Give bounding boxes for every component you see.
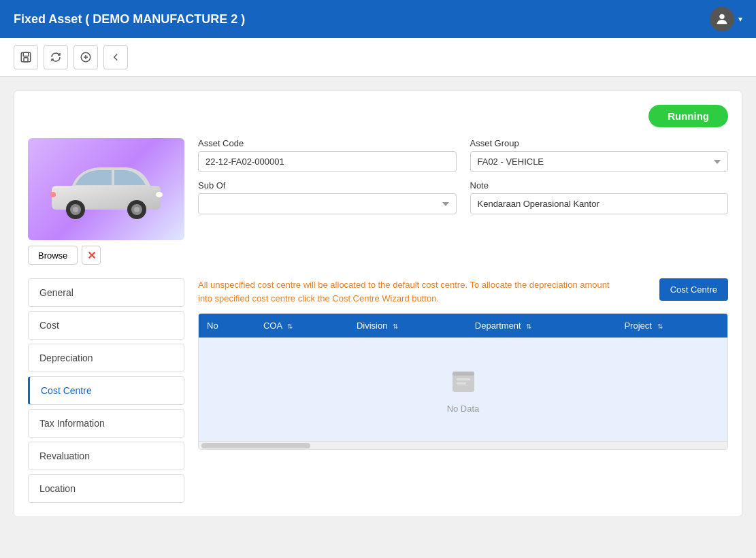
nav-item-cost-centre[interactable]: Cost Centre — [28, 376, 184, 405]
nav-item-general[interactable]: General — [28, 278, 184, 307]
scroll-thumb[interactable] — [201, 443, 310, 448]
no-data-row: No Data — [199, 338, 727, 441]
user-caret-icon: ▾ — [738, 14, 742, 24]
svg-point-13 — [134, 207, 139, 212]
division-sort-icon: ⇅ — [393, 323, 398, 330]
nav-item-revaluation[interactable]: Revaluation — [28, 442, 184, 470]
nav-item-location[interactable]: Location — [28, 474, 184, 503]
no-data-text: No Data — [447, 404, 480, 414]
nav-item-tax-information[interactable]: Tax Information — [28, 409, 184, 438]
note-group: Note — [470, 180, 729, 214]
department-sort-icon: ⇅ — [526, 323, 531, 330]
app-title: Fixed Asset ( DEMO MANUFACTURE 2 ) — [14, 12, 245, 27]
sub-of-select[interactable] — [198, 193, 457, 214]
col-no: No — [199, 314, 255, 338]
asset-card: Running — [14, 91, 742, 517]
cost-centre-table: No COA ⇅ Division ⇅ Department ⇅ Project… — [199, 314, 727, 441]
cost-centre-content: All unspecified cost centre will be allo… — [198, 278, 728, 503]
fields-grid: Asset Code Asset Group FA02 - VEHICLE Su… — [198, 138, 728, 214]
svg-rect-3 — [24, 58, 28, 62]
nav-item-depreciation[interactable]: Depreciation — [28, 344, 184, 372]
table-header: No COA ⇅ Division ⇅ Department ⇅ Project… — [199, 314, 727, 338]
image-actions: Browse ✕ — [28, 246, 184, 265]
svg-point-10 — [73, 207, 78, 212]
svg-rect-19 — [457, 382, 466, 384]
asset-group-group: Asset Group FA02 - VEHICLE — [470, 138, 729, 172]
cost-centre-table-wrap: No COA ⇅ Division ⇅ Department ⇅ Project… — [198, 313, 728, 450]
save-button[interactable] — [14, 45, 38, 69]
col-division[interactable]: Division ⇅ — [348, 314, 467, 338]
info-bar: All unspecified cost centre will be allo… — [198, 278, 728, 305]
status-badge: Running — [648, 105, 728, 127]
asset-group-label: Asset Group — [470, 138, 729, 148]
browse-button[interactable]: Browse — [28, 246, 78, 265]
toolbar — [0, 38, 756, 77]
note-label: Note — [470, 180, 729, 191]
cost-centre-button[interactable]: Cost Centre — [659, 278, 728, 301]
asset-code-group: Asset Code — [198, 138, 457, 172]
nav-item-cost[interactable]: Cost — [28, 311, 184, 340]
remove-image-button[interactable]: ✕ — [82, 246, 101, 265]
no-data-cell: No Data — [199, 338, 727, 441]
sub-of-group: Sub Of — [198, 180, 457, 214]
svg-point-15 — [50, 192, 56, 197]
horizontal-scrollbar[interactable] — [199, 441, 727, 449]
col-coa[interactable]: COA ⇅ — [255, 314, 348, 338]
asset-code-label: Asset Code — [198, 138, 457, 148]
add-button[interactable] — [73, 45, 98, 69]
cost-centre-info-text: All unspecified cost centre will be allo… — [198, 278, 620, 305]
asset-image — [28, 138, 184, 240]
svg-rect-18 — [457, 378, 470, 380]
app-header: Fixed Asset ( DEMO MANUFACTURE 2 ) ▾ — [0, 0, 756, 38]
asset-code-input[interactable] — [198, 151, 457, 172]
asset-fields: Asset Code Asset Group FA02 - VEHICLE Su… — [198, 138, 728, 265]
back-button[interactable] — [103, 45, 128, 69]
svg-point-14 — [156, 192, 163, 197]
col-department[interactable]: Department ⇅ — [467, 314, 617, 338]
refresh-button[interactable] — [44, 45, 68, 69]
note-input[interactable] — [470, 193, 729, 214]
svg-rect-2 — [23, 52, 29, 56]
svg-point-0 — [719, 14, 724, 19]
table-body: No Data — [199, 338, 727, 441]
main-content: Running — [0, 77, 756, 531]
car-image-svg — [38, 155, 174, 223]
col-project[interactable]: Project ⇅ — [616, 314, 727, 338]
sub-of-label: Sub Of — [198, 180, 457, 191]
asset-image-section: Browse ✕ — [28, 138, 184, 265]
user-menu[interactable]: ▾ — [710, 7, 742, 31]
asset-group-select[interactable]: FA02 - VEHICLE — [470, 151, 729, 172]
sidebar-nav: General Cost Depreciation Cost Centre Ta… — [28, 278, 184, 503]
svg-rect-17 — [453, 372, 474, 376]
coa-sort-icon: ⇅ — [287, 323, 293, 330]
asset-header: Browse ✕ Asset Code Asset Group — [28, 138, 728, 265]
user-avatar[interactable] — [710, 7, 734, 31]
project-sort-icon: ⇅ — [657, 323, 663, 330]
bottom-section: General Cost Depreciation Cost Centre Ta… — [28, 278, 728, 503]
no-data-icon — [447, 365, 480, 397]
